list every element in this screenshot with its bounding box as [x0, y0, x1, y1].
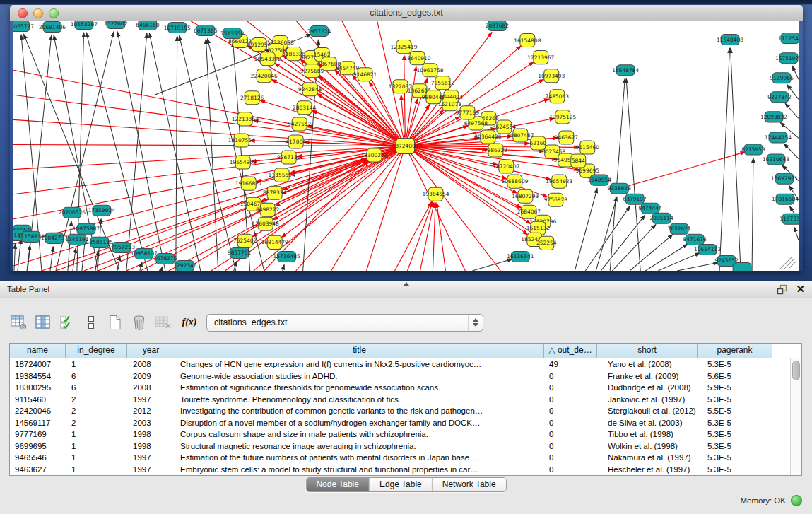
graph-edge-black[interactable]	[68, 221, 71, 271]
graph-node[interactable]	[112, 242, 131, 252]
graph-node[interactable]	[641, 203, 659, 214]
graph-node[interactable]	[544, 69, 559, 83]
selection-mode-button[interactable]	[57, 313, 76, 332]
graph-node[interactable]	[168, 23, 187, 33]
graph-node[interactable]	[548, 193, 563, 206]
graph-node[interactable]	[670, 223, 688, 234]
graph-node[interactable]	[322, 57, 336, 71]
table-row[interactable]: 1830029562008Estimation of significance …	[10, 382, 790, 394]
graph-node[interactable]	[652, 213, 671, 223]
graph-node[interactable]	[426, 90, 441, 104]
graph-edge-red[interactable]	[296, 21, 400, 139]
table-mode-button[interactable]	[9, 313, 28, 332]
graph-edge-red[interactable]	[13, 147, 397, 194]
graph-node[interactable]	[302, 83, 317, 96]
graph-node[interactable]	[610, 183, 628, 194]
graph-node[interactable]	[744, 144, 763, 155]
graph-node[interactable]	[246, 197, 261, 211]
graph-node[interactable]	[770, 92, 789, 103]
network-view-canvas[interactable]: 1872400718300295866012389129541822605898…	[13, 21, 799, 271]
graph-node[interactable]	[156, 253, 175, 264]
graph-node[interactable]	[522, 205, 536, 218]
table-row[interactable]: 1938455462009Genome-wide association stu…	[10, 370, 790, 382]
close-panel-icon[interactable]: ✕	[796, 284, 805, 295]
graph-node[interactable]	[511, 251, 529, 262]
graph-node[interactable]	[230, 247, 249, 258]
tab-node-table[interactable]: Node Table	[306, 478, 369, 491]
panel-splitter-grip[interactable]	[404, 282, 409, 286]
graph-node[interactable]	[393, 80, 408, 93]
graph-edge-black[interactable]	[86, 33, 148, 271]
graph-node[interactable]	[252, 38, 266, 52]
resize-grip-icon[interactable]	[784, 259, 794, 269]
create-table-button[interactable]	[105, 313, 124, 332]
graph-edge-black[interactable]	[176, 36, 177, 271]
graph-node[interactable]	[686, 234, 704, 245]
graph-edge-black[interactable]	[161, 267, 163, 271]
graph-edge-red[interactable]	[628, 152, 746, 186]
graph-node[interactable]	[571, 154, 586, 168]
graph-node[interactable]	[545, 145, 560, 158]
graph-node[interactable]	[428, 187, 443, 201]
graph-edge-black[interactable]	[585, 206, 630, 271]
vertical-scrollbar[interactable]	[790, 358, 801, 475]
table-row[interactable]: 1456911722003Disruption of a novel membe…	[10, 417, 790, 429]
graph-edge-red[interactable]	[433, 203, 435, 271]
graph-edge-black[interactable]	[630, 235, 673, 271]
graph-node[interactable]	[779, 53, 798, 64]
column-header-year[interactable]: year	[127, 344, 175, 358]
graph-edge-black[interactable]	[658, 253, 700, 271]
graph-node[interactable]	[769, 132, 787, 143]
graph-node[interactable]	[305, 64, 319, 78]
graph-node[interactable]	[552, 175, 567, 188]
graph-edge-black[interactable]	[27, 245, 30, 271]
graph-node[interactable]	[281, 151, 296, 164]
table-row[interactable]: 1872400712008Changes of HCN gene express…	[10, 358, 790, 370]
graph-edge-black[interactable]	[140, 262, 142, 271]
graph-node[interactable]	[520, 34, 535, 47]
column-header-out_degree[interactable]: △ out_de…	[544, 344, 597, 358]
graph-node[interactable]	[235, 156, 250, 169]
graph-node[interactable]	[423, 64, 437, 77]
graph-node[interactable]	[410, 52, 425, 65]
graph-edge-black[interactable]	[126, 33, 147, 271]
table-row[interactable]: 969969511998Structural magnetic resonanc…	[10, 440, 790, 452]
graph-node[interactable]	[77, 223, 95, 234]
table-row[interactable]: 946362711997Embryonic stem cells: a mode…	[10, 464, 790, 476]
graph-node[interactable]	[550, 90, 565, 103]
graph-node[interactable]	[367, 148, 382, 162]
graph-node[interactable]	[286, 47, 301, 61]
graph-node[interactable]	[267, 235, 282, 249]
graph-node[interactable]	[223, 28, 242, 39]
graph-node[interactable]	[733, 262, 751, 271]
graph-node[interactable]	[241, 177, 256, 190]
scrollbar-thumb[interactable]	[792, 361, 800, 380]
graph-edge-black[interactable]	[283, 264, 285, 271]
graph-edge-black[interactable]	[14, 244, 16, 271]
tab-edge-table[interactable]: Edge Table	[369, 478, 432, 491]
graph-node[interactable]	[499, 160, 514, 173]
graph-node[interactable]	[288, 135, 303, 148]
graph-node[interactable]	[135, 248, 153, 259]
graph-edge-black[interactable]	[596, 197, 617, 271]
graph-edge-black[interactable]	[752, 158, 753, 271]
graph-node[interactable]	[767, 154, 785, 165]
graph-edge-black[interactable]	[731, 48, 741, 271]
graph-node[interactable]	[63, 207, 81, 218]
table-selector-dropdown[interactable]: citations_edges.txt	[206, 314, 483, 332]
graph-node[interactable]	[539, 236, 554, 250]
graph-edge-black[interactable]	[785, 103, 799, 118]
graph-node[interactable]	[358, 68, 372, 81]
graph-edge-red[interactable]	[13, 95, 397, 145]
delete-list-button[interactable]	[153, 313, 172, 332]
graph-node[interactable]	[460, 106, 475, 119]
table-row[interactable]: 977716911998Corpus callosum shape and si…	[10, 428, 790, 440]
graph-node[interactable]	[396, 40, 411, 54]
graph-node[interactable]	[488, 21, 506, 31]
graph-edge-red[interactable]	[141, 159, 367, 271]
graph-node[interactable]	[292, 117, 307, 131]
graph-edge-red[interactable]	[420, 202, 434, 271]
graph-node[interactable]	[772, 73, 791, 83]
graph-node[interactable]	[93, 205, 111, 216]
graph-node[interactable]	[90, 237, 109, 247]
